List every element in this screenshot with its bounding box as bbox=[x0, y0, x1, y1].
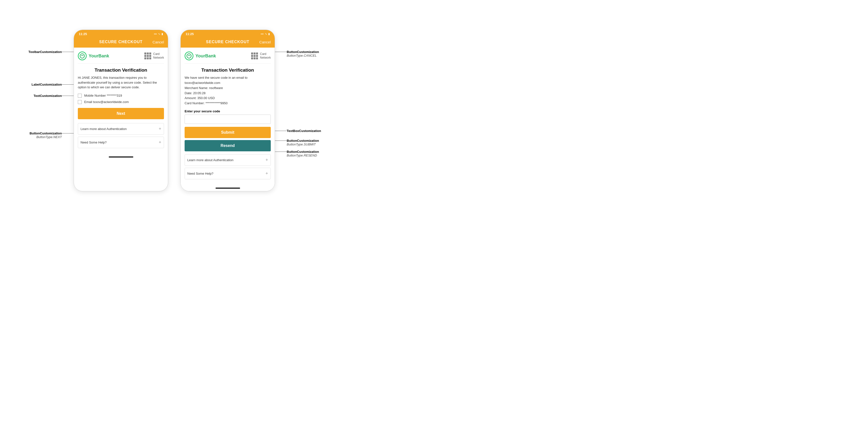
annotation-label: LabelCustomization bbox=[31, 83, 74, 86]
phone1-checkbox-email-label: Email txxxv@aciworldwide.com bbox=[84, 100, 129, 104]
phone1-home-bar bbox=[109, 157, 133, 158]
phone1-battery-icon: ▮ bbox=[161, 32, 163, 36]
annotation-btn-resend-italic: ButtonType.RESEND bbox=[275, 154, 319, 157]
phone1-content: YourBank bbox=[74, 47, 168, 154]
phone1-checkbox-email[interactable] bbox=[78, 100, 82, 104]
phone1-home-indicator bbox=[74, 154, 168, 160]
phone2-card-grid bbox=[251, 53, 258, 59]
phone1-accordion-1-label: Learn more about Authentication bbox=[81, 127, 127, 131]
annotation-textbox: TextBoxCustomization bbox=[275, 129, 321, 133]
annotation-textbox-label: TextBoxCustomization bbox=[287, 129, 321, 133]
phone1-status-icons: ▪▪▪ ∿ ▮ bbox=[154, 32, 163, 36]
p2-card-dot-7 bbox=[251, 58, 253, 59]
phone2-home-bar bbox=[216, 188, 240, 189]
annotation-text-label: TextCustomization bbox=[34, 94, 62, 98]
svg-point-1 bbox=[187, 54, 191, 58]
phone2-info-text: We have sent the secure code in an email… bbox=[185, 75, 271, 106]
phone2-status-bar: 11:25 ▪▪▪ ∿ ▮ bbox=[181, 30, 275, 37]
phone1-accordion-1[interactable]: Learn more about Authentication + bbox=[78, 123, 164, 135]
annotation-btn-cancel-italic: ButtonType.CANCEL bbox=[275, 54, 319, 58]
phones-area: 11:25 ▪▪▪ ∿ ▮ SECURE CHECKOUT Cancel bbox=[74, 30, 275, 191]
phone1-wifi-icon: ∿ bbox=[158, 32, 160, 36]
annotation-btn-cancel-label: ButtonCustomization bbox=[287, 50, 319, 54]
svg-point-0 bbox=[80, 54, 85, 58]
phone1-checkboxes: Mobile Number ********319 Email txxxv@ac… bbox=[78, 94, 164, 104]
phone2-bank-logo: YourBank bbox=[185, 52, 216, 60]
phone1-accordion-1-icon: + bbox=[159, 126, 161, 132]
annotation-toolbar: ToolbarCustomization bbox=[29, 50, 74, 54]
card-dot-5 bbox=[147, 55, 149, 57]
annotation-btn-submit-italic: ButtonType.SUBMIT bbox=[275, 142, 319, 146]
phone2-submit-button[interactable]: Submit bbox=[185, 127, 271, 138]
phone1-signal-icon: ▪▪▪ bbox=[154, 32, 157, 35]
phone1-bank-logo: YourBank bbox=[78, 52, 109, 60]
phone2-status-icons: ▪▪▪ ∿ ▮ bbox=[261, 32, 270, 36]
phone2-battery-icon: ▮ bbox=[268, 32, 270, 36]
phone2-bank-name: YourBank bbox=[195, 54, 216, 59]
annotation-btn-resend-label: ButtonCustomization bbox=[287, 150, 319, 154]
phone1-card-network-text: Card Network bbox=[153, 52, 164, 60]
phone1-toolbar-title: SECURE CHECKOUT bbox=[99, 40, 143, 44]
p2-card-net-line2: Network bbox=[260, 56, 271, 60]
phone2-logo-row: YourBank bbox=[185, 52, 271, 64]
phone1-toolbar: SECURE CHECKOUT Cancel bbox=[74, 37, 168, 47]
phone1-time: 11:25 bbox=[79, 32, 87, 36]
phone2-wifi-icon: ∿ bbox=[265, 32, 267, 36]
phone2-info-line-2: Merchant Name: nsoftware bbox=[185, 86, 223, 90]
phone1-accordion-2[interactable]: Need Some Help? + bbox=[78, 137, 164, 148]
annotation-btn-next: ButtonCustomization ButtonType.NEXT bbox=[30, 132, 74, 139]
phone2-time: 11:25 bbox=[186, 32, 194, 36]
phone1-status-bar: 11:25 ▪▪▪ ∿ ▮ bbox=[74, 30, 168, 37]
phone2-cancel-button[interactable]: Cancel bbox=[259, 40, 271, 44]
annotation-btn-submit: ButtonCustomization ButtonType.SUBMIT bbox=[275, 139, 319, 146]
phone2-accordion-1[interactable]: Learn more about Authentication + bbox=[185, 154, 271, 166]
phone1-checkbox-mobile-label: Mobile Number ********319 bbox=[84, 94, 122, 97]
phone1-checkbox-mobile[interactable] bbox=[78, 94, 82, 98]
phone2-accordion-2[interactable]: Need Some Help? + bbox=[185, 168, 271, 179]
annotation-toolbar-label: ToolbarCustomization bbox=[29, 50, 62, 54]
annotation-btn-next-italic: ButtonType.NEXT bbox=[36, 135, 74, 139]
annotation-btn-submit-label: ButtonCustomization bbox=[287, 139, 319, 142]
phone2-toolbar-title: SECURE CHECKOUT bbox=[206, 40, 249, 44]
phone2-secure-code-input[interactable] bbox=[185, 114, 271, 124]
phone2-card-network: Card Network bbox=[251, 52, 271, 60]
card-dot-8 bbox=[147, 58, 149, 59]
phone2-toolbar: SECURE CHECKOUT Cancel bbox=[181, 37, 275, 47]
phone2-accordion-2-label: Need Some Help? bbox=[187, 172, 213, 175]
phone1-card-grid bbox=[144, 53, 151, 59]
card-net-line2: Network bbox=[153, 56, 164, 60]
left-annotations: ToolbarCustomization LabelCustomization … bbox=[15, 30, 74, 47]
phone1-accordion-2-icon: + bbox=[159, 140, 161, 145]
phone2-content: YourBank bbox=[181, 47, 275, 185]
phone2-section-title: Transaction Verification bbox=[185, 67, 271, 73]
card-net-line1: Card bbox=[153, 52, 164, 56]
annotation-textbox-line bbox=[275, 131, 287, 131]
phone2-resend-button[interactable]: Resend bbox=[185, 140, 271, 151]
p2-card-dot-6 bbox=[256, 55, 258, 57]
phone2-card-network-text: Card Network bbox=[260, 52, 271, 60]
annotation-btn-resend: ButtonCustomization ButtonType.RESEND bbox=[275, 150, 319, 157]
card-dot-9 bbox=[149, 58, 151, 59]
p2-card-dot-4 bbox=[251, 55, 253, 57]
phone2: 11:25 ▪▪▪ ∿ ▮ SECURE CHECKOUT Cancel bbox=[180, 30, 275, 191]
phone1-checkbox-2: Email txxxv@aciworldwide.com bbox=[78, 100, 164, 104]
card-dot-3 bbox=[149, 53, 151, 55]
phone1-logo-row: YourBank bbox=[78, 52, 164, 64]
card-dot-2 bbox=[147, 53, 149, 55]
annotation-btn-resend-line bbox=[275, 151, 287, 152]
phone2-accordion-1-icon: + bbox=[266, 158, 268, 163]
annotation-text: TextCustomization bbox=[34, 94, 74, 98]
phone1-next-button[interactable]: Next bbox=[78, 108, 164, 119]
annotation-label-label: LabelCustomization bbox=[31, 83, 62, 86]
phone1-bank-circle bbox=[78, 52, 87, 60]
p2-card-dot-8 bbox=[254, 58, 255, 59]
phone1-body-text: Hi JANE JONES, this transaction requires… bbox=[78, 75, 164, 90]
phone1-checkbox-1: Mobile Number ********319 bbox=[78, 94, 164, 98]
phone2-accordion-1-label: Learn more about Authentication bbox=[187, 158, 234, 162]
phone2-signal-icon: ▪▪▪ bbox=[261, 32, 264, 35]
phone1-bank-name: YourBank bbox=[89, 54, 109, 59]
phone1-cancel-button[interactable]: Cancel bbox=[152, 40, 164, 44]
right-annotations: ButtonCustomization ButtonType.CANCEL Te… bbox=[275, 30, 334, 47]
p2-card-net-line1: Card bbox=[260, 52, 271, 56]
phone2-accordion-2-icon: + bbox=[266, 171, 268, 176]
